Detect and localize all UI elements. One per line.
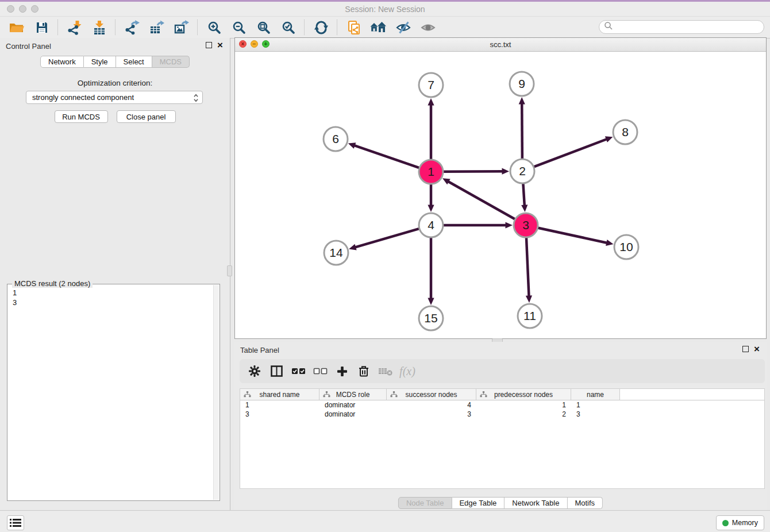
graph-edge-arrowhead (349, 244, 357, 250)
network-minimize-icon[interactable]: − (251, 40, 258, 48)
status-bar: Memory (0, 510, 770, 532)
hide-unselected-icon[interactable] (391, 18, 415, 36)
table-cell: dominator (319, 401, 387, 409)
tab-style[interactable]: Style (84, 56, 116, 68)
network-view-window: × − + scc.txt 7968124314101511 (234, 37, 767, 339)
network-close-icon[interactable]: × (239, 40, 247, 48)
memory-label: Memory (732, 519, 758, 527)
zoom-in-icon[interactable] (202, 18, 226, 36)
table-cell: dominator (319, 410, 387, 418)
save-session-icon[interactable] (29, 18, 54, 36)
search-input[interactable] (613, 21, 764, 33)
table-toolbar-items: f(x) (240, 359, 765, 383)
tab-motifs[interactable]: Motifs (567, 497, 603, 509)
graph-edge-arrowhead (428, 205, 434, 213)
graph-edge-3-11[interactable] (526, 237, 529, 296)
column-tree-icon (480, 391, 487, 399)
add-icon[interactable] (331, 361, 353, 381)
network-window-titlebar[interactable]: × − + scc.txt (235, 38, 766, 52)
run-mcds-button[interactable]: Run MCDS (55, 110, 108, 123)
deselect-all-icon[interactable] (309, 361, 331, 381)
graph-node-label: 14 (329, 246, 343, 259)
control-panel: Control Panel × NetworkStyleSelectMCDS O… (0, 38, 230, 510)
column-view-icon[interactable] (265, 361, 287, 381)
window-zoom-icon[interactable] (31, 5, 38, 13)
column-header[interactable]: predecessor nodes (476, 389, 571, 400)
graph-edge-1-2[interactable] (442, 171, 503, 172)
table-cell: 1 (571, 401, 620, 409)
home-view-icon[interactable] (366, 18, 391, 36)
zoom-selected-icon[interactable] (276, 18, 301, 36)
graph-node-label: 11 (523, 309, 536, 322)
tab-node-table[interactable]: Node Table (398, 497, 452, 509)
column-label: shared name (259, 391, 299, 399)
menu-list-button[interactable] (7, 515, 24, 530)
column-header[interactable]: successor nodes (387, 389, 476, 400)
graph-edge-4-14[interactable] (355, 229, 420, 248)
network-canvas-svg[interactable]: 7968124314101511 (235, 52, 766, 339)
zoom-fit-icon[interactable] (251, 18, 276, 36)
delete-icon[interactable] (353, 361, 375, 381)
export-table-icon[interactable] (144, 18, 169, 36)
graph-edge-3-1[interactable] (448, 182, 516, 219)
tab-edge-table[interactable]: Edge Table (452, 497, 505, 509)
export-image-icon[interactable] (169, 18, 194, 36)
select-all-icon[interactable] (287, 361, 309, 381)
graph-node-label: 10 (619, 240, 633, 253)
graph-edge-arrowhead (526, 295, 532, 303)
vertical-splitter-grip[interactable] (227, 265, 232, 276)
toolbar-divider (337, 20, 338, 35)
import-table-icon[interactable] (87, 18, 111, 36)
graph-edge-arrowhead (428, 98, 434, 106)
column-header[interactable]: name (571, 389, 620, 400)
window-controls[interactable] (7, 5, 38, 13)
close-table-panel-icon[interactable]: × (754, 345, 760, 353)
graph-node-label: 8 (622, 125, 629, 138)
tab-network[interactable]: Network (40, 56, 84, 68)
window-close-icon[interactable] (7, 5, 14, 13)
column-header[interactable]: MCDS role (319, 389, 387, 400)
graph-edge-3-10[interactable] (537, 228, 607, 242)
zoom-out-icon[interactable] (226, 18, 251, 36)
criterion-select[interactable]: strongly connected component (26, 91, 203, 104)
graph-node-label: 7 (428, 78, 434, 91)
column-header[interactable]: shared name (240, 389, 319, 400)
graph-edge-2-8[interactable] (533, 139, 607, 167)
graph-edge-2-9[interactable] (522, 103, 522, 160)
export-network-icon[interactable] (120, 18, 144, 36)
refresh-layout-icon[interactable] (309, 18, 333, 36)
network-window-controls[interactable]: × − + (239, 40, 270, 48)
window-minimize-icon[interactable] (19, 5, 26, 13)
settings-gear-icon[interactable] (244, 361, 265, 381)
table-row[interactable]: 1dominator411 (240, 400, 764, 410)
close-panel-icon[interactable]: × (217, 41, 223, 49)
clone-network-icon[interactable] (341, 18, 366, 36)
table-row[interactable]: 3dominator323 (240, 410, 764, 419)
show-hidden-icon[interactable] (415, 18, 440, 36)
graph-edge-2-3[interactable] (523, 183, 525, 206)
tab-select[interactable]: Select (116, 56, 152, 68)
float-panel-icon[interactable] (206, 42, 212, 48)
table-cell: 3 (571, 410, 620, 418)
column-label: predecessor nodes (494, 391, 553, 399)
close-panel-button[interactable]: Close panel (117, 110, 176, 123)
float-table-panel-icon[interactable] (742, 346, 749, 352)
toolbar-divider (57, 20, 59, 35)
open-session-icon[interactable] (5, 18, 29, 36)
graph-node-label: 3 (522, 218, 529, 232)
table-cell: 3 (240, 410, 319, 418)
result-scrollbar[interactable] (213, 285, 219, 500)
import-network-icon[interactable] (62, 18, 87, 36)
search-box[interactable] (599, 20, 764, 34)
graph-node-label: 1 (428, 165, 434, 178)
tab-mcds[interactable]: MCDS (152, 56, 190, 68)
network-zoom-icon[interactable]: + (262, 40, 270, 48)
table-panel: Table Panel × f(x) shared nameMCDS roles… (234, 342, 767, 510)
criterion-value: strongly connected component (32, 93, 134, 102)
graph-edge-1-6[interactable] (355, 145, 420, 168)
memory-button[interactable]: Memory (716, 515, 764, 530)
memory-status-dot (722, 520, 729, 526)
tab-network-table[interactable]: Network Table (505, 497, 567, 509)
toolbar-divider (115, 20, 116, 35)
graph-edge-arrowhead (605, 136, 613, 142)
